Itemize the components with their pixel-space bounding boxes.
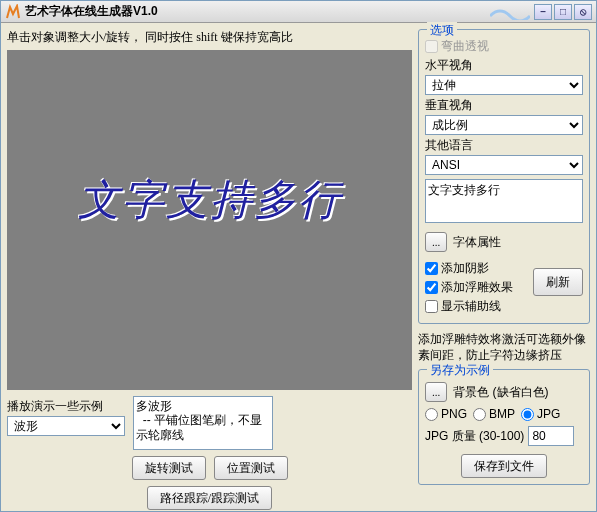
lang-select[interactable]: ANSI — [425, 155, 583, 175]
example-description: 多波形 -- 平铺位图笔刷，不显示轮廓线 — [133, 396, 273, 450]
emboss-label: 添加浮雕效果 — [441, 279, 513, 296]
jpg-radio[interactable] — [521, 408, 534, 421]
shadow-checkbox[interactable] — [425, 262, 438, 275]
bmp-radio[interactable] — [473, 408, 486, 421]
emboss-note: 添加浮雕特效将激活可选额外像素间距，防止字符边缘挤压 — [418, 332, 590, 363]
vview-label: 垂直视角 — [425, 97, 583, 114]
window-title: 艺术字体在线生成器V1.0 — [25, 3, 490, 20]
art-text-preview[interactable]: 文字支持多行 — [78, 172, 342, 228]
position-test-button[interactable]: 位置测试 — [214, 456, 288, 480]
close-button[interactable]: ⦸ — [574, 4, 592, 20]
hint-text: 单击对象调整大小/旋转， 同时按住 shift 键保持宽高比 — [7, 29, 412, 46]
text-input[interactable]: 文字支持多行 — [425, 179, 583, 223]
png-radio[interactable] — [425, 408, 438, 421]
bgcolor-browse-button[interactable]: ... — [425, 382, 447, 402]
bend-checkbox — [425, 40, 438, 53]
minimize-button[interactable]: – — [534, 4, 552, 20]
titlebar: 艺术字体在线生成器V1.0 – □ ⦸ — [1, 1, 596, 23]
path-trace-button[interactable]: 路径跟踪/跟踪测试 — [147, 486, 272, 510]
rotate-test-button[interactable]: 旋转测试 — [132, 456, 206, 480]
guides-checkbox[interactable] — [425, 300, 438, 313]
refresh-button[interactable]: 刷新 — [533, 268, 583, 296]
quality-input[interactable] — [528, 426, 574, 446]
lang-label: 其他语言 — [425, 137, 583, 154]
hview-select[interactable]: 拉伸 — [425, 75, 583, 95]
options-fieldset: 选项 弯曲透视 水平视角 拉伸 垂直视角 成比例 其他语言 ANSI 文字支持多… — [418, 29, 590, 324]
options-legend: 选项 — [427, 22, 457, 39]
maximize-button[interactable]: □ — [554, 4, 572, 20]
font-browse-button[interactable]: ... — [425, 232, 447, 252]
quality-label: JPG 质量 (30-100) — [425, 428, 524, 445]
bgcolor-label: 背景色 (缺省白色) — [453, 384, 548, 401]
title-decoration — [490, 4, 530, 20]
examples-label: 播放演示一些示例 — [7, 398, 127, 415]
emboss-checkbox[interactable] — [425, 281, 438, 294]
app-window: 艺术字体在线生成器V1.0 – □ ⦸ 单击对象调整大小/旋转， 同时按住 sh… — [0, 0, 597, 512]
bend-label: 弯曲透视 — [441, 38, 489, 55]
app-icon — [5, 4, 21, 20]
font-prop-label: 字体属性 — [453, 234, 501, 251]
guides-label: 显示辅助线 — [441, 298, 501, 315]
hview-label: 水平视角 — [425, 57, 583, 74]
vview-select[interactable]: 成比例 — [425, 115, 583, 135]
save-as-fieldset: 另存为示例 ... 背景色 (缺省白色) PNG BMP JPG JPG 质量 … — [418, 369, 590, 485]
save-as-legend: 另存为示例 — [427, 362, 493, 379]
preview-canvas[interactable]: 文字支持多行 — [7, 50, 412, 390]
example-select[interactable]: 波形 — [7, 416, 125, 436]
shadow-label: 添加阴影 — [441, 260, 489, 277]
save-button[interactable]: 保存到文件 — [461, 454, 547, 478]
